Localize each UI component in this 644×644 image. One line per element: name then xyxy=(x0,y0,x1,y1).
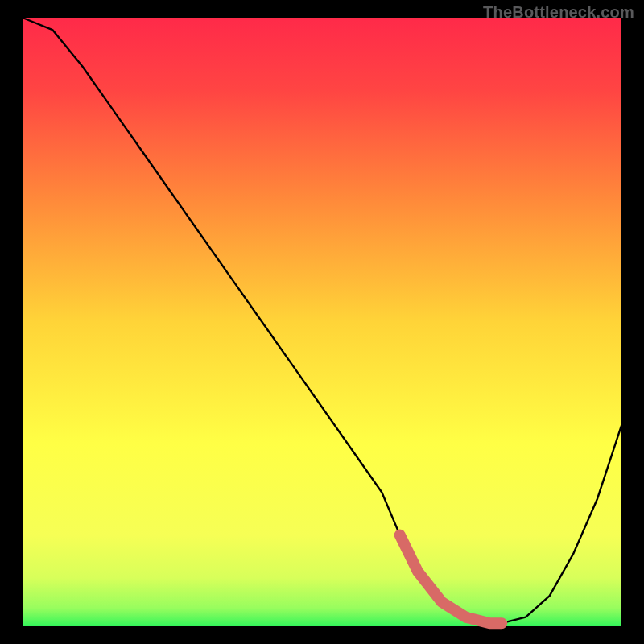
chart-stage: TheBottleneck.com xyxy=(0,0,644,644)
bottleneck-chart xyxy=(0,0,644,644)
attribution-watermark: TheBottleneck.com xyxy=(483,3,634,22)
